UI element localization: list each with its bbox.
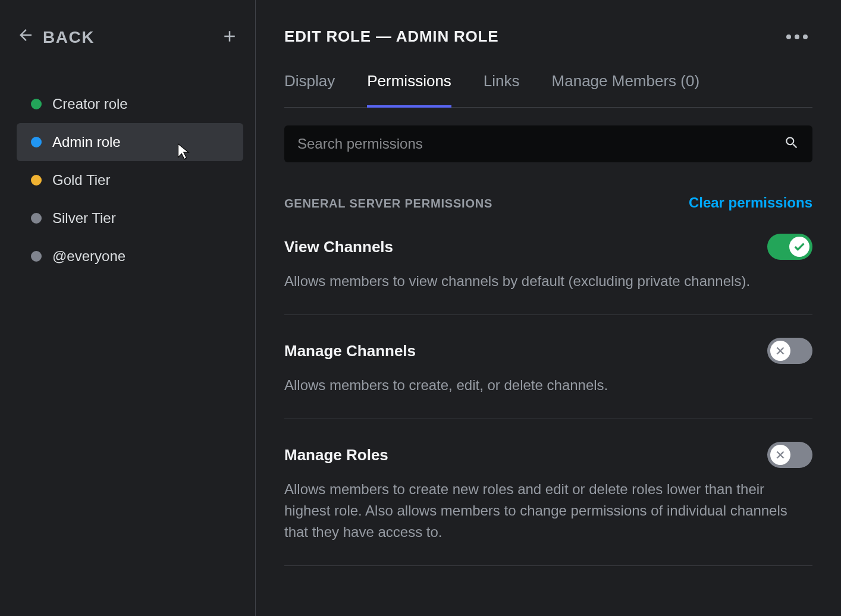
permission-title: View Channels xyxy=(284,238,393,256)
role-list: Creator roleAdmin roleGold TierSilver Ti… xyxy=(17,85,243,275)
section-title: GENERAL SERVER PERMISSIONS xyxy=(284,197,492,210)
role-item[interactable]: Admin role xyxy=(17,123,243,161)
plus-icon xyxy=(221,37,239,47)
role-color-dot xyxy=(31,99,42,109)
role-label: Silver Tier xyxy=(52,210,116,227)
role-color-dot xyxy=(31,251,42,262)
permission-item: Manage ChannelsAllows members to create,… xyxy=(284,315,812,419)
permission-toggle[interactable] xyxy=(767,338,812,364)
permission-row: Manage Roles xyxy=(284,442,812,468)
role-item[interactable]: Creator role xyxy=(17,85,243,123)
search-permissions-wrap xyxy=(284,125,812,162)
permission-item: Manage RolesAllows members to create new… xyxy=(284,419,812,566)
permissions-section-header: GENERAL SERVER PERMISSIONS Clear permiss… xyxy=(284,194,812,211)
search-icon xyxy=(784,135,799,153)
permission-row: View Channels xyxy=(284,234,812,260)
back-button[interactable]: BACK xyxy=(17,26,95,48)
tab[interactable]: Links xyxy=(484,72,520,107)
tab[interactable]: Manage Members (0) xyxy=(552,72,700,107)
role-item[interactable]: Gold Tier xyxy=(17,161,243,199)
tab-bar: DisplayPermissionsLinksManage Members (0… xyxy=(284,72,812,108)
tab[interactable]: Display xyxy=(284,72,335,107)
check-icon xyxy=(789,237,809,257)
role-label: @everyone xyxy=(52,248,125,265)
more-options-button[interactable] xyxy=(786,34,812,39)
add-role-button[interactable] xyxy=(221,27,239,48)
cursor-icon xyxy=(177,143,192,164)
permission-row: Manage Channels xyxy=(284,338,812,364)
permission-description: Allows members to create new roles and e… xyxy=(284,479,812,543)
arrow-left-icon xyxy=(17,26,34,48)
permission-description: Allows members to view channels by defau… xyxy=(284,271,812,292)
permission-title: Manage Roles xyxy=(284,446,388,464)
role-label: Creator role xyxy=(52,96,128,112)
role-label: Admin role xyxy=(52,134,121,150)
clear-permissions-link[interactable]: Clear permissions xyxy=(689,194,812,211)
permission-description: Allows members to create, edit, or delet… xyxy=(284,375,812,396)
permissions-list: View ChannelsAllows members to view chan… xyxy=(284,211,812,566)
permission-title: Manage Channels xyxy=(284,342,416,360)
sidebar-header: BACK xyxy=(17,26,243,65)
role-label: Gold Tier xyxy=(52,172,110,188)
role-sidebar: BACK Creator roleAdmin roleGold TierSilv… xyxy=(0,0,256,616)
role-color-dot xyxy=(31,213,42,224)
permission-item: View ChannelsAllows members to view chan… xyxy=(284,211,812,315)
x-icon xyxy=(770,341,790,361)
role-color-dot xyxy=(31,175,42,186)
role-item[interactable]: @everyone xyxy=(17,237,243,275)
back-label: BACK xyxy=(43,28,95,47)
role-item[interactable]: Silver Tier xyxy=(17,199,243,237)
tab[interactable]: Permissions xyxy=(367,72,451,107)
role-color-dot xyxy=(31,137,42,147)
permission-toggle[interactable] xyxy=(767,442,812,468)
more-horizontal-icon xyxy=(786,34,808,39)
page-title: EDIT ROLE — ADMIN ROLE xyxy=(284,27,498,46)
main-content: EDIT ROLE — ADMIN ROLE DisplayPermission… xyxy=(256,0,841,616)
search-permissions-input[interactable] xyxy=(297,136,784,152)
permission-toggle[interactable] xyxy=(767,234,812,260)
main-header: EDIT ROLE — ADMIN ROLE xyxy=(284,27,812,46)
x-icon xyxy=(770,445,790,465)
